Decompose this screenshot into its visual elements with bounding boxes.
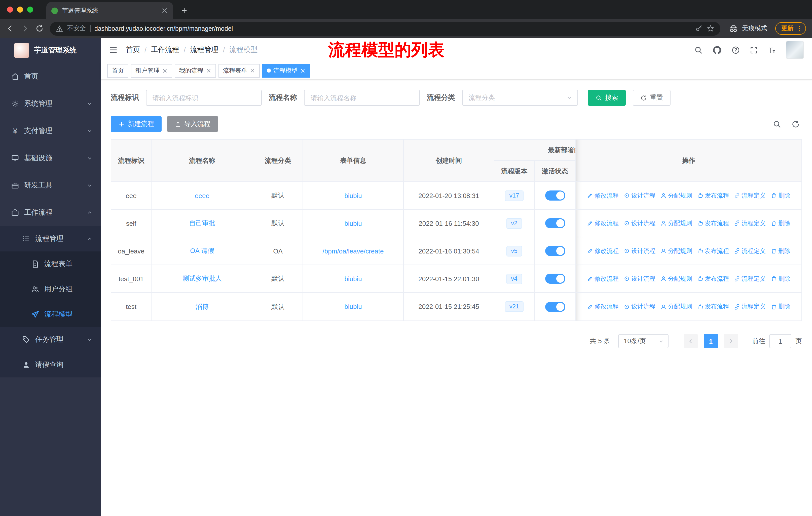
tag-tenant-management[interactable]: 租户管理 [131, 64, 172, 77]
sidebar-item-system[interactable]: 系统管理 [0, 90, 101, 117]
next-page-button[interactable] [724, 334, 738, 348]
action-publish-process[interactable]: 发布流程 [697, 302, 729, 311]
tag-close-icon[interactable] [206, 68, 211, 73]
sidebar-item-process-form[interactable]: 流程表单 [0, 251, 101, 277]
tag-home[interactable]: 首页 [107, 64, 128, 77]
action-edit-process[interactable]: 修改流程 [587, 219, 619, 227]
action-delete[interactable]: 删除 [771, 191, 790, 200]
security-label[interactable]: 不安全 [67, 24, 86, 33]
tag-process-model[interactable]: 流程模型 [262, 64, 310, 77]
sidebar-item-dev-tools[interactable]: 研发工具 [0, 172, 101, 199]
tag-close-icon[interactable] [162, 68, 168, 73]
page-number-button[interactable]: 1 [704, 334, 718, 348]
action-edit-process[interactable]: 修改流程 [587, 302, 619, 311]
tab-close-icon[interactable] [161, 7, 168, 14]
url-text[interactable]: dashboard.yudao.iocoder.cn/bpm/manager/m… [94, 25, 691, 32]
action-process-definition[interactable]: 流程定义 [734, 191, 766, 200]
fullscreen-icon[interactable] [750, 46, 758, 54]
action-publish-process[interactable]: 发布流程 [697, 219, 729, 227]
app-logo[interactable]: 芋道管理系统 [0, 38, 101, 63]
sidebar-item-home[interactable]: 首页 [0, 63, 101, 90]
action-design-process[interactable]: 设计流程 [624, 219, 656, 227]
process-name-input[interactable] [304, 90, 420, 106]
close-window-button[interactable] [7, 6, 13, 12]
action-design-process[interactable]: 设计流程 [624, 247, 656, 255]
action-edit-process[interactable]: 修改流程 [587, 191, 619, 200]
action-delete[interactable]: 删除 [771, 302, 790, 311]
breadcrumb-item[interactable]: 首页 [126, 45, 140, 54]
zoom-window-button[interactable] [27, 6, 33, 12]
new-tab-button[interactable] [177, 3, 191, 18]
action-assign-rule[interactable]: 分配规则 [661, 191, 692, 200]
refresh-table-icon[interactable] [791, 120, 800, 128]
form-info-link[interactable]: biubiu [344, 219, 362, 227]
action-publish-process[interactable]: 发布流程 [697, 274, 729, 283]
action-publish-process[interactable]: 发布流程 [697, 191, 729, 200]
version-badge[interactable]: v21 [505, 301, 524, 312]
tag-close-icon[interactable] [300, 68, 306, 73]
action-process-definition[interactable]: 流程定义 [734, 219, 766, 227]
search-button[interactable]: 搜索 [588, 90, 626, 106]
action-process-definition[interactable]: 流程定义 [734, 274, 766, 283]
action-publish-process[interactable]: 发布流程 [697, 247, 729, 255]
create-process-button[interactable]: 新建流程 [111, 116, 162, 132]
action-delete[interactable]: 删除 [771, 274, 790, 283]
action-assign-rule[interactable]: 分配规则 [661, 302, 692, 311]
help-icon[interactable] [731, 46, 740, 54]
bookmark-star-icon[interactable] [707, 25, 714, 32]
action-process-definition[interactable]: 流程定义 [734, 302, 766, 311]
user-avatar[interactable] [786, 41, 804, 59]
active-toggle[interactable] [545, 274, 565, 284]
action-delete[interactable]: 删除 [771, 247, 790, 255]
action-delete[interactable]: 删除 [771, 219, 790, 227]
process-name-link[interactable]: 自己审批 [189, 219, 215, 228]
action-process-definition[interactable]: 流程定义 [734, 247, 766, 255]
sidebar-item-process-model[interactable]: 流程模型 [0, 302, 101, 327]
tag-close-icon[interactable] [250, 68, 255, 73]
process-name-link[interactable]: 测试多审批人 [182, 274, 222, 283]
goto-page-input[interactable] [769, 334, 791, 348]
github-icon[interactable] [712, 45, 722, 55]
process-name-link[interactable]: 滔博 [196, 302, 209, 311]
browser-tab[interactable]: 芋道管理系统 [46, 2, 173, 19]
key-icon[interactable] [695, 25, 703, 32]
prev-page-button[interactable] [684, 334, 698, 348]
action-assign-rule[interactable]: 分配规则 [661, 219, 692, 227]
process-id-input[interactable] [146, 90, 262, 106]
sidebar-item-infrastructure[interactable]: 基础设施 [0, 145, 101, 172]
action-design-process[interactable]: 设计流程 [624, 302, 656, 311]
sidebar-item-process-management[interactable]: 流程管理 [0, 226, 101, 251]
action-assign-rule[interactable]: 分配规则 [661, 247, 692, 255]
active-toggle[interactable] [545, 246, 565, 256]
process-name-link[interactable]: OA 请假 [190, 246, 214, 255]
action-edit-process[interactable]: 修改流程 [587, 247, 619, 255]
hamburger-icon[interactable] [109, 45, 118, 54]
form-info-link[interactable]: /bpm/oa/leave/create [323, 247, 384, 255]
sidebar-item-workflow[interactable]: 工作流程 [0, 199, 101, 226]
version-badge[interactable]: v2 [506, 218, 522, 228]
action-design-process[interactable]: 设计流程 [624, 191, 656, 200]
back-icon[interactable] [6, 24, 14, 33]
breadcrumb-item[interactable]: 工作流程 [151, 45, 179, 54]
address-bar[interactable]: 不安全 dashboard.yudao.iocoder.cn/bpm/manag… [50, 21, 720, 35]
active-toggle[interactable] [545, 218, 565, 228]
import-process-button[interactable]: 导入流程 [167, 116, 218, 132]
tag-my-process[interactable]: 我的流程 [175, 64, 216, 77]
toggle-search-icon[interactable] [773, 120, 781, 128]
page-size-select[interactable]: 10条/页 [618, 334, 669, 348]
forward-icon[interactable] [21, 24, 29, 33]
sidebar-item-task-management[interactable]: 任务管理 [0, 327, 101, 352]
process-name-link[interactable]: eeee [195, 192, 209, 199]
sidebar-item-payment[interactable]: ¥ 支付管理 [0, 117, 101, 145]
breadcrumb-item[interactable]: 流程管理 [190, 45, 219, 54]
form-info-link[interactable]: biubiu [344, 275, 362, 282]
version-badge[interactable]: v4 [506, 273, 522, 284]
active-toggle[interactable] [545, 302, 565, 312]
tag-process-form[interactable]: 流程表单 [219, 64, 260, 77]
form-info-link[interactable]: biubiu [344, 303, 362, 310]
active-toggle[interactable] [545, 190, 565, 200]
reload-icon[interactable] [35, 24, 44, 33]
search-icon[interactable] [694, 46, 703, 54]
action-assign-rule[interactable]: 分配规则 [661, 274, 692, 283]
action-edit-process[interactable]: 修改流程 [587, 274, 619, 283]
